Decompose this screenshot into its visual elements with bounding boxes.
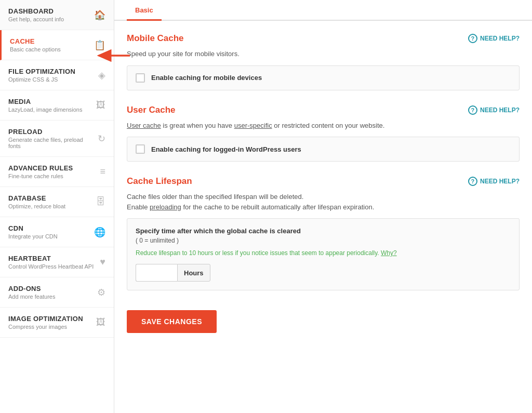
lifespan-tip: Reduce lifespan to 10 hours or less if y… — [136, 249, 511, 257]
sidebar-item-add-ons[interactable]: ADD-ONS Add more features ⚙ — [0, 277, 114, 308]
addons-icon: ⚙ — [97, 287, 105, 298]
lifespan-box: Specify time after which the global cach… — [127, 218, 520, 290]
user-specific-link[interactable]: user-specific — [234, 122, 272, 129]
user-cache-label[interactable]: Enable caching for logged-in WordPress u… — [151, 145, 301, 153]
why-link[interactable]: Why? — [381, 249, 397, 257]
main-content: Basic Mobile Cache ? NEED HELP? Speed up… — [114, 0, 532, 413]
sidebar-item-image-optimization[interactable]: IMAGE OPTIMIZATION Compress your images … — [0, 308, 114, 338]
mobile-cache-title: Mobile Cache — [127, 33, 184, 44]
file-opt-icon: ◈ — [98, 70, 105, 81]
save-changes-button[interactable]: SAVE CHANGES — [127, 310, 217, 333]
cache-icon: 📋 — [94, 39, 105, 51]
lifespan-box-title: Specify time after which the global cach… — [136, 227, 511, 235]
user-cache-link[interactable]: User cache — [127, 122, 161, 129]
sidebar-item-cdn[interactable]: CDN Integrate your CDN 🌐 — [0, 217, 114, 247]
tab-basic[interactable]: Basic — [127, 0, 162, 21]
help-circle-icon-3: ? — [468, 177, 477, 186]
hours-input[interactable] — [136, 264, 177, 282]
section-mobile-cache: Mobile Cache ? NEED HELP? Speed up your … — [127, 33, 520, 90]
sidebar-item-database[interactable]: DATABASE Optimize, reduce bloat 🗄 — [0, 187, 114, 217]
user-cache-desc: User cache is great when you have user-s… — [127, 121, 520, 131]
cdn-icon: 🌐 — [94, 227, 105, 238]
mobile-cache-label[interactable]: Enable caching for mobile devices — [151, 74, 262, 82]
user-cache-checkbox[interactable] — [136, 144, 145, 154]
help-circle-icon-2: ? — [468, 105, 477, 115]
section-cache-lifespan: Cache Lifespan ? NEED HELP? Cache files … — [127, 176, 520, 290]
preload-icon: ↻ — [98, 133, 105, 144]
sidebar-item-dashboard[interactable]: DASHBOARD Get help, account info 🏠 — [0, 0, 114, 30]
mobile-cache-desc: Speed up your site for mobile visitors. — [127, 49, 520, 59]
dashboard-icon: 🏠 — [94, 9, 105, 21]
hours-input-row: Hours — [136, 264, 511, 282]
sidebar-item-heartbeat[interactable]: HEARTBEAT Control WordPress Heartbeat AP… — [0, 247, 114, 277]
sidebar-item-preload[interactable]: PRELOAD Generate cache files, preload fo… — [0, 121, 114, 157]
cache-lifespan-title: Cache Lifespan — [127, 176, 192, 186]
help-circle-icon: ? — [468, 34, 477, 43]
media-icon: 🖼 — [96, 100, 105, 111]
sidebar-item-media[interactable]: MEDIA LazyLoad, image dimensions 🖼 — [0, 90, 114, 121]
sidebar-item-cache[interactable]: CACHE Basic cache options 📋 — [0, 30, 114, 60]
sidebar-item-advanced-rules[interactable]: ADVANCED RULES Fine-tune cache rules ≡ — [0, 157, 114, 187]
user-cache-option-box: Enable caching for logged-in WordPress u… — [127, 137, 520, 162]
advanced-rules-icon: ≡ — [100, 166, 105, 177]
sidebar-item-file-optimization[interactable]: FILE OPTIMIZATION Optimize CSS & JS ◈ — [0, 60, 114, 90]
section-user-cache: User Cache ? NEED HELP? User cache is gr… — [127, 105, 520, 162]
hours-label: Hours — [177, 264, 210, 282]
lifespan-box-subtitle: ( 0 = unlimited ) — [136, 237, 511, 244]
lifespan-need-help[interactable]: ? NEED HELP? — [468, 177, 520, 186]
mobile-cache-option-box: Enable caching for mobile devices — [127, 65, 520, 90]
user-cache-need-help[interactable]: ? NEED HELP? — [468, 105, 520, 115]
preloading-link[interactable]: preloading — [150, 203, 181, 211]
mobile-cache-need-help[interactable]: ? NEED HELP? — [468, 34, 520, 43]
heartbeat-icon: ♥ — [100, 257, 105, 268]
lifespan-desc: Cache files older than the specified lif… — [127, 192, 520, 212]
database-icon: 🗄 — [96, 196, 105, 207]
sidebar: DASHBOARD Get help, account info 🏠 CACHE… — [0, 0, 114, 413]
image-opt-icon: 🖼 — [96, 317, 105, 328]
user-cache-title: User Cache — [127, 105, 176, 115]
tab-bar: Basic — [114, 0, 532, 21]
mobile-cache-checkbox[interactable] — [136, 73, 145, 83]
